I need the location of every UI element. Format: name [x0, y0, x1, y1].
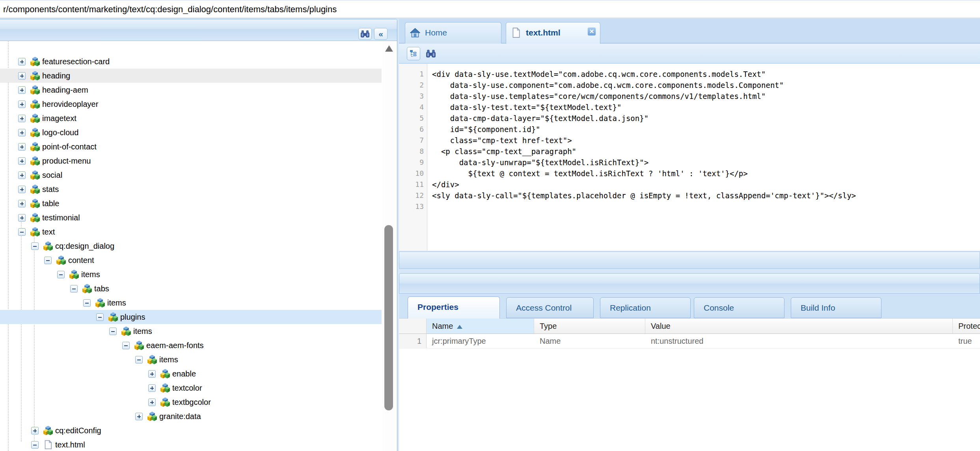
tree-node-heading[interactable]: heading	[0, 69, 382, 83]
expand-plus-icon[interactable]	[148, 384, 156, 392]
tree-panel-header: «	[0, 19, 397, 41]
tree-node-textcolor[interactable]: textcolor	[0, 381, 382, 395]
code-line[interactable]: data-sly-use.component="com.adobe.cq.wcm…	[432, 80, 784, 91]
code-editor[interactable]: 12345678910111213 <div data-sly-use.text…	[399, 64, 980, 251]
code-line[interactable]: id="${component.id}"	[432, 124, 540, 135]
tree-scrollbar[interactable]	[382, 41, 396, 451]
show-in-tree-button[interactable]	[407, 47, 420, 60]
find-button[interactable]	[358, 28, 372, 40]
collapse-minus-icon[interactable]	[31, 242, 39, 250]
expand-plus-icon[interactable]	[18, 86, 26, 94]
code-line[interactable]: <sly data-sly-call="${templates.placehol…	[432, 190, 856, 201]
address-bar[interactable]: r/components/content/marketing/text/cq:d…	[0, 0, 980, 18]
tab-build-info[interactable]: Build Info	[791, 297, 881, 318]
tree-node-label: tabs	[94, 281, 109, 296]
tree-node-cq:editConfig[interactable]: cq:editConfig	[0, 423, 382, 438]
column-header-protected[interactable]: Protect	[953, 319, 980, 334]
tab-console[interactable]: Console	[694, 297, 784, 318]
code-line[interactable]: data-sly-unwrap="${textModel.isRichText}…	[432, 157, 648, 168]
collapse-minus-icon[interactable]	[57, 271, 65, 278]
expand-plus-icon[interactable]	[31, 427, 39, 434]
property-name[interactable]: jcr:primaryType	[427, 334, 534, 348]
node-path[interactable]: r/components/content/marketing/text/cq:d…	[3, 1, 337, 18]
code-line[interactable]: <p class="cmp-text__paragraph"	[432, 146, 576, 157]
expand-plus-icon[interactable]	[18, 171, 26, 179]
collapse-minus-icon[interactable]	[70, 285, 78, 293]
tree-node-cq:design_dialog[interactable]: cq:design_dialog	[0, 239, 382, 253]
expand-plus-icon[interactable]	[18, 58, 26, 65]
expand-plus-icon[interactable]	[135, 413, 143, 420]
tree-node-stats[interactable]: stats	[0, 182, 382, 196]
expand-plus-icon[interactable]	[18, 214, 26, 222]
table-row[interactable]: 1 jcr:primaryType Name nt:unstructured t…	[399, 334, 980, 348]
collapse-minus-icon[interactable]	[135, 356, 143, 363]
tree-node-text.html[interactable]: text.html	[0, 438, 382, 451]
collapse-panel-button[interactable]: «	[374, 28, 388, 40]
code-line[interactable]: data-sly-use.templates="core/wcm/compone…	[432, 91, 766, 102]
tree-node-label: items	[133, 324, 152, 338]
code-line[interactable]: class="cmp-text href-text">	[432, 135, 572, 146]
tree-node-items[interactable]: items	[0, 296, 382, 310]
collapse-minus-icon[interactable]	[18, 228, 26, 236]
close-tab-icon[interactable]: ✕	[587, 27, 596, 36]
code-line[interactable]: data-sly-test.text="${textModel.text}"	[432, 102, 621, 113]
tree-node-product-menu[interactable]: product-menu	[0, 154, 382, 168]
scroll-up-arrow-icon[interactable]	[385, 45, 393, 52]
line-number: 5	[402, 113, 424, 124]
tree-node-point-of-contact[interactable]: point-of-contact	[0, 140, 382, 154]
tab-properties[interactable]: Properties	[408, 296, 500, 319]
tree-node-enable[interactable]: enable	[0, 367, 382, 381]
collapse-minus-icon[interactable]	[83, 299, 91, 307]
tree-node-content[interactable]: content	[0, 253, 382, 267]
tab-text-html[interactable]: text.html ✕	[506, 22, 600, 44]
collapse-minus-icon[interactable]	[109, 328, 117, 335]
tree-node-heading-aem[interactable]: heading-aem	[0, 83, 382, 97]
tree-node-items[interactable]: items	[0, 324, 382, 338]
node-cubes-icon	[108, 312, 118, 322]
tree-node-items[interactable]: items	[0, 267, 382, 281]
expand-plus-icon[interactable]	[148, 370, 156, 378]
expand-plus-icon[interactable]	[18, 186, 26, 193]
expand-plus-icon[interactable]	[18, 129, 26, 136]
scrollbar-thumb[interactable]	[384, 225, 393, 410]
column-header-value[interactable]: Value	[645, 319, 953, 334]
expand-plus-icon[interactable]	[18, 101, 26, 108]
tab-build-info-label: Build Info	[791, 298, 881, 318]
search-code-button[interactable]	[424, 47, 438, 60]
tab-home[interactable]: Home	[405, 22, 501, 43]
tree-node-featuresection-card[interactable]: featuresection-card	[0, 54, 382, 69]
tree-node-items[interactable]: items	[0, 352, 382, 367]
property-value[interactable]: nt:unstructured	[645, 334, 953, 348]
tree-node-table[interactable]: table	[0, 196, 382, 211]
collapse-minus-icon[interactable]	[44, 257, 52, 264]
tab-access-control[interactable]: Access Control	[506, 297, 594, 318]
property-type[interactable]: Name	[534, 334, 645, 348]
expand-plus-icon[interactable]	[148, 399, 156, 406]
code-line[interactable]: ${text @ context = textModel.isRichText …	[432, 168, 748, 179]
collapse-minus-icon[interactable]	[122, 342, 130, 349]
expand-plus-icon[interactable]	[18, 115, 26, 122]
column-header-name[interactable]: Name	[427, 319, 534, 334]
tree-node-tabs[interactable]: tabs	[0, 281, 382, 296]
tab-replication[interactable]: Replication	[600, 297, 691, 318]
collapse-minus-icon[interactable]	[31, 441, 39, 449]
tree-node-eaem-aem-fonts[interactable]: eaem-aem-fonts	[0, 338, 382, 352]
tree-node-testimonial[interactable]: testimonial	[0, 211, 382, 225]
expand-plus-icon[interactable]	[18, 72, 26, 80]
code-line[interactable]: data-cmp-data-layer="${textModel.data.js…	[432, 113, 648, 124]
tree-node-social[interactable]: social	[0, 168, 382, 182]
tree-node-textbgcolor[interactable]: textbgcolor	[0, 395, 382, 409]
tree-node-plugins[interactable]: plugins	[0, 310, 382, 324]
column-header-type[interactable]: Type	[534, 319, 645, 334]
tree-node-text[interactable]: text	[0, 225, 382, 239]
tree-node-logo-cloud[interactable]: logo-cloud	[0, 125, 382, 140]
expand-plus-icon[interactable]	[18, 143, 26, 151]
code-line[interactable]: <div data-sly-use.textModel="com.adobe.c…	[432, 69, 766, 80]
tree-node-granite:data[interactable]: granite:data	[0, 409, 382, 423]
collapse-minus-icon[interactable]	[96, 313, 104, 321]
expand-plus-icon[interactable]	[18, 157, 26, 165]
tree-node-herovideoplayer[interactable]: herovideoplayer	[0, 97, 382, 111]
code-line[interactable]: </div>	[432, 179, 459, 190]
tree-node-imagetext[interactable]: imagetext	[0, 111, 382, 125]
expand-plus-icon[interactable]	[18, 200, 26, 207]
